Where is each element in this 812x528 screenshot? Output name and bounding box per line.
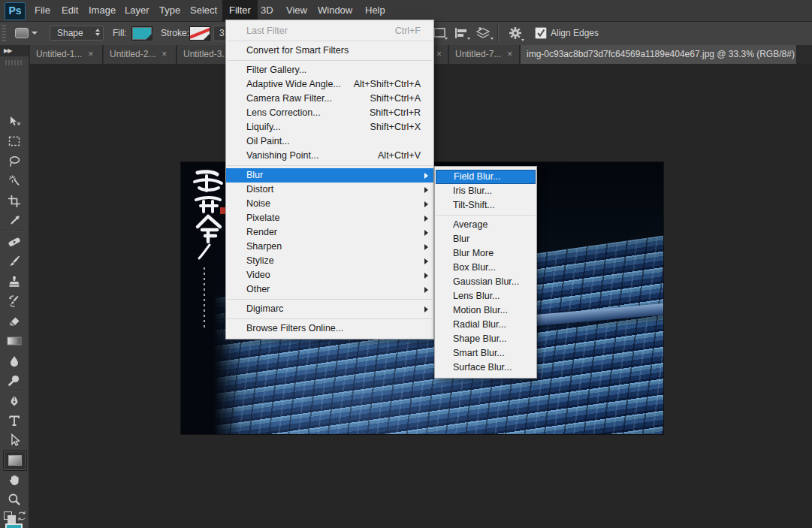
submenu-item-tilt-shift[interactable]: Tilt-Shift... xyxy=(435,198,536,213)
stroke-type-icon xyxy=(433,26,448,41)
hand-tool[interactable] xyxy=(3,471,26,489)
menu-item-last-filter[interactable]: Last Filter Ctrl+F xyxy=(226,24,433,38)
menu-item-filter-gallery[interactable]: Filter Gallery... xyxy=(226,63,433,77)
eraser-tool[interactable] xyxy=(3,312,26,330)
menu-item-digimarc[interactable]: Digimarc xyxy=(226,302,433,316)
menubar-item-image[interactable]: Image xyxy=(82,0,122,21)
menubar-item-file[interactable]: File xyxy=(28,0,57,21)
path-selection-tool[interactable] xyxy=(3,431,26,449)
menu-item-liquify[interactable]: Liquify... Shift+Ctrl+X xyxy=(226,120,433,134)
menubar-item-view[interactable]: View xyxy=(279,0,314,21)
foreground-color-swatch[interactable] xyxy=(5,523,23,528)
move-tool[interactable] xyxy=(3,113,26,131)
stroke-color-swatch[interactable] xyxy=(189,26,210,41)
menu-item-sharpen[interactable]: Sharpen xyxy=(226,240,433,254)
crop-tool[interactable] xyxy=(3,192,26,210)
clone-stamp-tool[interactable] xyxy=(3,273,26,291)
fill-color-swatch[interactable] xyxy=(131,26,152,41)
tab-img-active[interactable]: img-0c93ac8bd73d7fc64569a1189e404e67.jpg… xyxy=(521,45,797,64)
panel-grip[interactable] xyxy=(5,60,23,65)
zoom-tool[interactable] xyxy=(3,490,26,508)
submenu-item-motion-blur[interactable]: Motion Blur... xyxy=(435,303,536,318)
brush-icon xyxy=(8,255,21,268)
blur-tool[interactable] xyxy=(3,352,26,370)
menu-item-distort[interactable]: Distort xyxy=(226,183,433,197)
tab-hidden-close[interactable]: × xyxy=(432,45,448,64)
magic-wand-icon xyxy=(8,174,21,188)
menu-item-adaptive-wide-angle[interactable]: Adaptive Wide Angle... Alt+Shift+Ctrl+A xyxy=(226,77,433,92)
magic-wand-tool[interactable] xyxy=(3,172,26,190)
tab-close-icon[interactable]: × xyxy=(88,49,93,59)
brush-tool[interactable] xyxy=(3,252,26,270)
eyedropper-icon xyxy=(8,214,21,228)
menu-item-camera-raw-filter[interactable]: Camera Raw Filter... Shift+Ctrl+A xyxy=(226,92,433,106)
submenu-item-box-blur[interactable]: Box Blur... xyxy=(435,261,536,275)
align-icon xyxy=(454,26,470,41)
crop-icon xyxy=(8,195,21,208)
path-alignment-button[interactable] xyxy=(454,26,470,43)
menu-item-pixelate[interactable]: Pixelate xyxy=(226,211,433,225)
menu-item-render[interactable]: Render xyxy=(226,225,433,240)
menu-item-noise[interactable]: Noise xyxy=(226,197,433,211)
geometry-options-button[interactable] xyxy=(508,26,524,44)
submenu-item-surface-blur[interactable]: Surface Blur... xyxy=(435,361,536,375)
collapse-panel-icon[interactable]: ▶▶ xyxy=(0,45,29,56)
tab-untitled-1[interactable]: Untitled-1...× xyxy=(30,45,103,64)
align-edges-checkbox[interactable] xyxy=(535,27,547,39)
pen-tool[interactable] xyxy=(3,392,26,410)
stroke-options-button[interactable] xyxy=(433,26,448,43)
eyedropper-tool[interactable] xyxy=(3,212,26,230)
menu-item-convert-smart-filters[interactable]: Convert for Smart Filters xyxy=(226,44,433,58)
submenu-item-blur-more[interactable]: Blur More xyxy=(435,246,536,261)
menubar-item-edit[interactable]: Edit xyxy=(55,0,85,21)
submenu-item-iris-blur[interactable]: Iris Blur... xyxy=(435,184,536,198)
tool-preset-picker[interactable] xyxy=(15,26,41,41)
menu-item-other[interactable]: Other xyxy=(226,282,433,297)
menu-item-stylize[interactable]: Stylize xyxy=(226,254,433,268)
menu-item-browse-filters-online[interactable]: Browse Filters Online... xyxy=(226,321,433,336)
tab-close-icon[interactable]: × xyxy=(436,49,442,59)
swap-colors-icon[interactable] xyxy=(17,511,27,521)
submenu-item-blur[interactable]: Blur xyxy=(435,232,536,246)
submenu-item-smart-blur[interactable]: Smart Blur... xyxy=(435,346,536,361)
tab-close-icon[interactable]: × xyxy=(507,49,512,59)
menubar-item-window[interactable]: Window xyxy=(311,0,359,21)
menubar-item-help[interactable]: Help xyxy=(358,0,392,21)
options-bar-grip[interactable] xyxy=(2,25,6,42)
menu-item-video[interactable]: Video xyxy=(226,268,433,282)
tab-untitled-7[interactable]: Untitled-7...× xyxy=(449,45,520,64)
menubar-item-filter[interactable]: Filter xyxy=(222,0,258,21)
submenu-item-radial-blur[interactable]: Radial Blur... xyxy=(435,318,536,332)
lasso-tool[interactable] xyxy=(3,152,26,170)
history-brush-tool[interactable] xyxy=(3,292,26,310)
menu-item-blur[interactable]: Blur xyxy=(226,168,433,183)
pen-nib-icon xyxy=(8,394,21,408)
tool-mode-select[interactable]: Shape xyxy=(50,26,104,41)
type-tool[interactable] xyxy=(3,412,26,430)
submenu-item-lens-blur[interactable]: Lens Blur... xyxy=(435,289,536,303)
menubar-item-type[interactable]: Type xyxy=(152,0,187,21)
menu-item-vanishing-point[interactable]: Vanishing Point... Alt+Ctrl+V xyxy=(226,149,433,163)
dodge-tool[interactable] xyxy=(3,372,26,390)
submenu-item-field-blur[interactable]: Field Blur... xyxy=(436,170,536,184)
default-colors-icon[interactable] xyxy=(8,515,16,523)
dodge-icon xyxy=(8,374,21,388)
healing-brush-tool[interactable] xyxy=(3,233,26,251)
tab-untitled-2[interactable]: Untitled-2...× xyxy=(104,45,177,64)
menu-item-lens-correction[interactable]: Lens Correction... Shift+Ctrl+R xyxy=(226,106,433,120)
menubar-item-layer[interactable]: Layer xyxy=(118,0,156,21)
tab-close-icon[interactable]: × xyxy=(161,49,167,59)
gear-icon xyxy=(508,26,524,42)
menubar-item-select[interactable]: Select xyxy=(183,0,224,21)
rectangle-tool[interactable] xyxy=(3,450,27,471)
submenu-arrow-icon xyxy=(424,244,428,250)
submenu-item-average[interactable]: Average xyxy=(435,218,536,232)
submenu-item-gaussian-blur[interactable]: Gaussian Blur... xyxy=(435,275,536,289)
menu-bar: Ps File Edit Image Layer Type Select Fil… xyxy=(0,0,812,22)
path-arrangement-button[interactable] xyxy=(475,26,494,43)
submenu-item-shape-blur[interactable]: Shape Blur... xyxy=(435,332,536,346)
gradient-tool[interactable] xyxy=(3,332,26,350)
menu-item-oil-paint[interactable]: Oil Paint... xyxy=(226,134,433,149)
menubar-item-3d[interactable]: 3D xyxy=(254,0,280,21)
rectangular-marquee-tool[interactable] xyxy=(3,132,26,150)
